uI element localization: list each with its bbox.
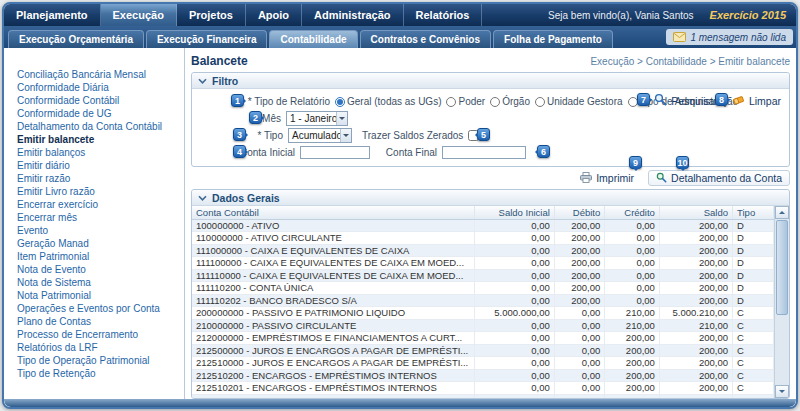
sidebar-item-relatorios-da-lrf[interactable]: Relatórios da LRF [4,341,184,354]
sidebar-item-nota-de-evento[interactable]: Nota de Evento [4,263,184,276]
unread-messages-label: 1 mensagem não lida [690,32,786,43]
sidebar-item-encerrar-exercicio[interactable]: Encerrar exercício [4,198,184,211]
cell-saldo: 200,00 [659,269,732,282]
table-row[interactable]: 210000000 - PASSIVO CIRCULANTE 0,00 0,00… [192,319,774,332]
month-select-value: 1 - Janeiro [287,113,336,124]
table-row[interactable]: 111110202 - BANCO BRADESCO S/A 0,00 200,… [192,294,774,307]
sidebar-item-encerrar-mes[interactable]: Encerrar mês [4,211,184,224]
sidebar-item-conformidade-diaria[interactable]: Conformidade Diária [4,81,184,94]
report-type-radio[interactable] [446,97,456,107]
scroll-up-button[interactable] [775,206,789,219]
sidebar-item-emitir-livro-razao[interactable]: Emitir Livro razão [4,185,184,198]
chevron-down-icon[interactable] [336,112,347,125]
sidebar-item-geracao-manad[interactable]: Geração Manad [4,237,184,250]
sidebar-item-emitir-razao[interactable]: Emitir razão [4,172,184,185]
report-type-radio[interactable] [335,97,345,107]
tab-folha-de-pagamento[interactable]: Folha de Pagamento [493,30,613,48]
account-detail-button[interactable]: Detalhamento da Conta [648,170,790,186]
cell-saldo: 200,00 [659,282,732,295]
sidebar-item-conformidade-contabil[interactable]: Conformidade Contábil [4,94,184,107]
menu-item-planejamento[interactable]: Planejamento [4,4,101,26]
sidebar-item-nota-patrimonial[interactable]: Nota Patrimonial [4,289,184,302]
report-type-radio[interactable] [535,97,545,107]
month-select[interactable]: 1 - Janeiro [286,111,348,126]
balancete-table: Conta ContábilSaldo InicialDébitoCrédito… [192,206,774,398]
scroll-down-button[interactable] [775,385,789,398]
sidebar-item-emitir-balancete[interactable]: Emitir balancete [4,133,184,146]
sidebar-item-tipo-de-operacao-patrimonial[interactable]: Tipo de Operação Patrimonial [4,354,184,367]
account-start-input[interactable] [300,146,370,159]
chevron-down-icon[interactable] [198,195,207,201]
tab-contabilidade[interactable]: Contabilidade [269,30,357,48]
tab-contratos-e-convenios[interactable]: Contratos e Convênios [360,30,491,48]
column-header-conta-contabil[interactable]: Conta Contábil [192,206,474,219]
menu-item-apoio[interactable]: Apoio [246,4,302,26]
table-row[interactable]: 100000000 - ATIVO 0,00 200,00 0,00 200,0… [192,219,774,232]
table-row[interactable]: 212510200 - ENCARGOS - EMPRÉSTIMOS INTER… [192,369,774,382]
table-row[interactable]: 110000000 - ATIVO CIRCULANTE 0,00 200,00… [192,232,774,245]
table-row[interactable]: 212000000 - EMPRÉSTIMOS E FINANCIAMENTOS… [192,332,774,345]
main-content: Balancete Execução > Contabilidade > Emi… [185,48,796,399]
type-select-value: Acumulado [289,130,340,141]
menu-item-execucao[interactable]: Execução [101,4,177,26]
sidebar-item-emitir-diario[interactable]: Emitir diário [4,159,184,172]
table-row[interactable]: 111100000 - CAIXA E EQUIVALENTES DE CAIX… [192,257,774,270]
callout-badge-7: 7 [637,93,650,106]
clear-button[interactable]: Limpar [732,94,781,108]
radio-geral-todas-as-ugs[interactable]: Geral (todas as UGs) [335,96,441,107]
table-row[interactable]: 212510000 - JUROS E ENCARGOS A PAGAR DE … [192,357,774,370]
column-header-tipo[interactable]: Tipo [733,206,774,219]
sidebar-item-processo-de-encerramento[interactable]: Processo de Encerramento [4,328,184,341]
cell-debito: 0,00 [554,307,604,320]
cell-credito: 0,00 [605,269,660,282]
column-header-credito[interactable]: Crédito [605,206,660,219]
table-row[interactable]: 111000000 - CAIXA E EQUIVALENTES DE CAIX… [192,244,774,257]
scrollbar-thumb[interactable] [776,220,788,315]
print-button[interactable]: Imprimir [572,170,642,186]
menu-item-administracao[interactable]: Administração [302,4,403,26]
sidebar-item-conformidade-de-ug[interactable]: Conformidade de UG [4,107,184,120]
table-row[interactable]: 213000000 - FORNECEDORES E CONTAS A PAGA… [192,394,774,398]
sidebar-item-plano-de-contas[interactable]: Plano de Contas [4,315,184,328]
menu-item-relatorios[interactable]: Relatórios [404,4,483,26]
sidebar-item-detalhamento-da-conta-contabil[interactable]: Detalhamento da Conta Contábil [4,120,184,133]
app-window: PlanejamentoExecuçãoProjetosApoioAdminis… [2,2,798,409]
type-select[interactable]: Acumulado [288,128,352,143]
sidebar-item-conciliacao-bancaria-mensal[interactable]: Conciliação Bancária Mensal [4,68,184,81]
sidebar-item-tipo-de-retencao[interactable]: Tipo de Retenção [4,367,184,380]
radio-unidade-gestora[interactable]: Unidade Gestora [535,96,623,107]
sidebar-item-evento[interactable]: Evento [4,224,184,237]
sidebar-item-nota-de-sistema[interactable]: Nota de Sistema [4,276,184,289]
radio-option-label: Órgão [502,96,530,107]
sidebar-item-emitir-balancos[interactable]: Emitir balanços [4,146,184,159]
table-row[interactable]: 212510201 - ENCARGOS - EMPRÉSTIMOS INTER… [192,382,774,395]
scrollbar-track[interactable] [775,219,789,385]
cell-saldo-inicial: 0,00 [474,219,554,232]
sidebar-item-operacoes-e-eventos-por-conta[interactable]: Operações e Eventos por Conta [4,302,184,315]
cell-saldo: 200,00 [659,257,732,270]
breadcrumb[interactable]: Execução > Contabilidade > Emitir balanc… [590,56,790,67]
radio-poder[interactable]: Poder [446,96,485,107]
radio-orgao[interactable]: Órgão [490,96,530,107]
cell-saldo-inicial: 0,00 [474,394,554,398]
table-row[interactable]: 200000000 - PASSIVO E PATRIMONIO LIQUIDO… [192,307,774,320]
menu-item-projetos[interactable]: Projetos [177,4,246,26]
account-end-input[interactable] [442,146,526,159]
sidebar-item-item-patrimonial[interactable]: Item Patrimonial [4,250,184,263]
column-header-saldo-inicial[interactable]: Saldo Inicial [474,206,554,219]
tab-execucao-financeira[interactable]: Execução Financeira [146,30,268,48]
column-header-debito[interactable]: Débito [554,206,604,219]
search-button[interactable]: Pesquisar [654,93,718,108]
table-scrollbar[interactable] [774,206,789,398]
table-row[interactable]: 111110000 - CAIXA E EQUIVALENTES DE CAIX… [192,269,774,282]
tab-execucao-orcamentaria[interactable]: Execução Orçamentária [8,30,144,48]
report-type-radio[interactable] [490,97,500,107]
chevron-down-icon[interactable] [198,78,207,84]
chevron-down-icon[interactable] [340,129,351,142]
unread-messages-link[interactable]: 1 mensagem não lida [666,29,793,45]
column-header-saldo[interactable]: Saldo [659,206,732,219]
envelope-icon [673,28,686,46]
cell-debito: 200,00 [554,282,604,295]
table-row[interactable]: 212500000 - JUROS E ENCARGOS A PAGAR DE … [192,344,774,357]
table-row[interactable]: 111110200 - CONTA ÚNICA 0,00 200,00 0,00… [192,282,774,295]
